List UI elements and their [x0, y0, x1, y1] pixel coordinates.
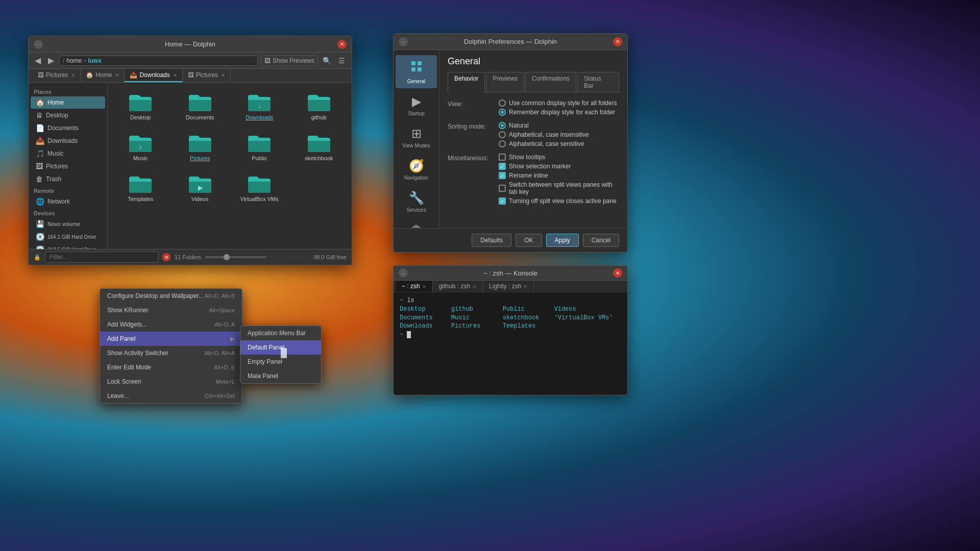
file-item-public[interactable]: Public [232, 129, 287, 165]
zoom-slider-thumb[interactable] [224, 254, 230, 260]
sort-natural[interactable]: Natural [499, 122, 589, 129]
clear-filter-button[interactable]: ✕ [162, 253, 170, 261]
menu-item-lock-screen[interactable]: Lock Screen Meta+L [100, 374, 242, 389]
menu-item-leave[interactable]: Leave... Ctrl+Alt+Del [100, 389, 242, 403]
defaults-button[interactable]: Defaults [472, 234, 511, 247]
prefs-tab-previews[interactable]: Previews [486, 72, 524, 92]
close-button[interactable]: ✕ [337, 40, 347, 49]
misc-splitclose[interactable]: ✓ Turning off split view closes active p… [499, 197, 619, 205]
sidebar-item-hdd1[interactable]: 💽 164,1 GiB Hard Drive [31, 231, 105, 243]
view-option-remember[interactable]: Remember display style for each folder [499, 109, 617, 116]
radio-common[interactable] [499, 99, 506, 107]
file-item-documents[interactable]: Documents [173, 88, 228, 124]
prefs-tab-confirmations[interactable]: Confirmations [525, 72, 576, 92]
misc-tabkey[interactable]: Switch between split views panes with ta… [499, 181, 619, 195]
prefs-item-viewmodes[interactable]: ⊞ View Modes [396, 122, 437, 153]
menu-item-edit-mode[interactable]: Enter Edit Mode Alt+D, E [100, 360, 242, 374]
terminal-tab-lightly[interactable]: Lightly : zsh ✕ [483, 281, 534, 292]
zoom-slider-track[interactable] [205, 256, 266, 258]
prefs-minimize[interactable]: — [399, 37, 408, 46]
file-item-videos[interactable]: ▶ Videos [173, 169, 228, 206]
radio-natural[interactable] [499, 122, 506, 129]
file-item-desktop[interactable]: Desktop [113, 88, 168, 124]
radio-alpha-cs[interactable] [499, 140, 506, 147]
tab-downloads[interactable]: 📥 Downloads ✕ [125, 69, 182, 82]
misc-tooltips[interactable]: Show tooltips [499, 154, 619, 161]
ok-button[interactable]: OK [516, 234, 542, 247]
file-item-templates[interactable]: Templates [113, 169, 168, 206]
menu-item-add-panel[interactable]: Add Panel ▶ [100, 332, 242, 346]
terminal-window: — ~ : zsh — Konsole ✕ ~ : zsh ✕ github :… [393, 265, 628, 395]
sidebar-item-music[interactable]: 🎵 Music [31, 147, 105, 160]
submenu-default-panel[interactable]: Default Panel [240, 340, 321, 355]
prefs-tab-behavior[interactable]: Behavior [448, 72, 485, 92]
terminal-tab-close-2[interactable]: ✕ [472, 284, 476, 289]
back-button[interactable]: ◀ [33, 55, 43, 66]
terminal-tab-close-3[interactable]: ✕ [523, 284, 527, 289]
misc-selection[interactable]: ✓ Show selection marker [499, 163, 619, 170]
search-button[interactable]: 🔍 [320, 55, 334, 66]
menu-item-krunner[interactable]: Show KRunner Alt+Space [100, 303, 242, 317]
terminal-close[interactable]: ✕ [613, 268, 622, 278]
cancel-button[interactable]: Cancel [583, 234, 619, 247]
file-item-pictures[interactable]: Pictures [173, 129, 228, 165]
sidebar-item-downloads[interactable]: 📥 Downloads [31, 135, 105, 147]
breadcrumb-current[interactable]: luwx [88, 57, 102, 64]
cb-tooltips[interactable] [499, 154, 506, 161]
menu-item-widgets[interactable]: Add Widgets... Alt+D, A [100, 317, 242, 332]
prefs-item-startup[interactable]: ▶ Startup [396, 90, 437, 120]
terminal-tab-close-1[interactable]: ✕ [422, 284, 426, 289]
prefs-item-general[interactable]: General [396, 55, 437, 88]
menu-item-activity-switcher[interactable]: Show Activity Switcher Alt+D, Alt+A [100, 346, 242, 360]
filter-input[interactable] [45, 252, 158, 263]
radio-remember[interactable] [499, 109, 506, 116]
menu-button[interactable]: ☰ [336, 55, 348, 66]
misc-rename[interactable]: ✓ Rename inline [499, 172, 619, 179]
sort-alpha-ci[interactable]: Alphabetical, case insensitive [499, 131, 589, 138]
prefs-item-navigation[interactable]: 🧭 Navigation [396, 155, 437, 185]
cb-selection[interactable]: ✓ [499, 163, 506, 170]
view-option-common[interactable]: Use common display style for all folders [499, 99, 617, 107]
tab-close-downloads[interactable]: ✕ [173, 72, 177, 78]
show-previews-button[interactable]: 🖼 Show Previews [261, 55, 318, 66]
tab-close-pictures-2[interactable]: ✕ [221, 72, 225, 78]
file-item-downloads[interactable]: ↓ Downloads [232, 88, 287, 124]
file-item-virtualbox[interactable]: VirtualBox VMs [232, 169, 287, 206]
sidebar-item-hdd2[interactable]: 💽 312,5 GiB Hard Drive [31, 243, 105, 249]
prefs-tab-statusbar[interactable]: Status Bar [577, 72, 619, 92]
tab-home[interactable]: 🏠 Home ✕ [81, 69, 125, 82]
prefs-close[interactable]: ✕ [613, 37, 622, 46]
sidebar-item-desktop[interactable]: 🖥 Desktop [31, 109, 105, 121]
cb-tabkey[interactable] [499, 185, 506, 192]
apply-button[interactable]: Apply [546, 234, 579, 247]
cb-splitclose[interactable]: ✓ [499, 197, 506, 205]
sidebar-item-documents[interactable]: 📄 Documents [31, 122, 105, 134]
sidebar-item-home[interactable]: 🏠 Home [31, 96, 105, 109]
sidebar-item-network[interactable]: 🌐 Network [31, 195, 105, 208]
sort-alpha-cs[interactable]: Alphabetical, case sensitive [499, 140, 589, 147]
terminal-minimize[interactable]: — [399, 268, 408, 278]
forward-button[interactable]: ▶ [46, 55, 56, 66]
minimize-button[interactable]: — [34, 40, 43, 49]
prefs-item-trash[interactable]: 🗑 Trash [396, 219, 437, 228]
sidebar-item-novo[interactable]: 💾 Novo volume [31, 218, 105, 230]
file-item-github[interactable]: github [291, 88, 347, 124]
tab-pictures-2[interactable]: 🖼 Pictures ✕ [183, 69, 231, 82]
radio-alpha-ci[interactable] [499, 131, 506, 138]
terminal-tab-zsh[interactable]: ~ : zsh ✕ [396, 281, 433, 292]
submenu-empty-panel[interactable]: Empty Panel [240, 355, 321, 369]
tab-close-home[interactable]: ✕ [115, 72, 119, 78]
terminal-tab-github[interactable]: github : zsh ✕ [433, 281, 483, 292]
tab-pictures-1[interactable]: 🖼 Pictures ✕ [33, 69, 81, 82]
tab-close-pictures-1[interactable]: ✕ [71, 72, 75, 78]
submenu-maia-panel[interactable]: Maia Panel [240, 369, 321, 383]
submenu-app-menu-bar[interactable]: Application Menu Bar [240, 326, 321, 340]
file-item-music[interactable]: ♪ Music [113, 129, 168, 165]
file-item-sketchbook[interactable]: sketchbook [291, 129, 347, 165]
sidebar-item-pictures[interactable]: 🖼 Pictures [31, 160, 105, 172]
menu-item-configure-desktop[interactable]: Configure Desktop and Wallpaper... Alt+D… [100, 289, 242, 303]
prefs-item-services[interactable]: 🔧 Services [396, 187, 437, 217]
breadcrumb-home[interactable]: home [66, 57, 82, 64]
cb-rename[interactable]: ✓ [499, 172, 506, 179]
sidebar-item-trash[interactable]: 🗑 Trash [31, 173, 105, 185]
